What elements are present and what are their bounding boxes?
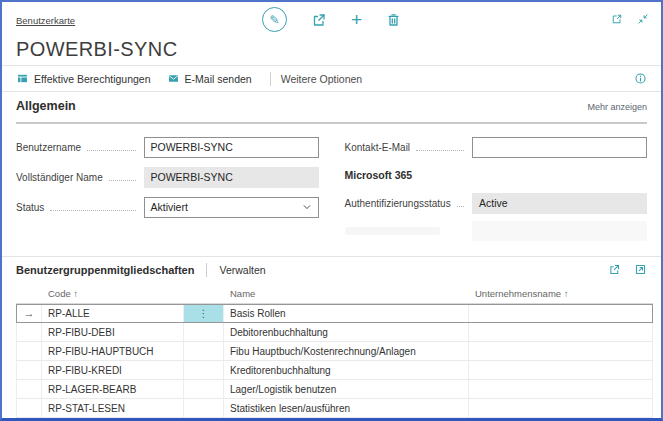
row-options-cell[interactable] xyxy=(184,323,224,341)
share-icon xyxy=(608,263,621,276)
table-row[interactable]: RP-FIBU-HAUPTBUCH Fibu Hauptbuch/Kostenr… xyxy=(16,342,653,361)
row-options-cell[interactable] xyxy=(184,399,224,417)
effective-permissions-button[interactable]: Effektive Berechtigungen xyxy=(16,72,159,85)
open-new-window-icon xyxy=(611,13,623,25)
row-options-cell[interactable] xyxy=(184,380,224,398)
code-cell[interactable]: RP-FIBU-KREDI xyxy=(42,361,184,379)
fullname-value: POWERBI-SYNC xyxy=(144,167,319,188)
row-selector-cell[interactable] xyxy=(16,323,42,341)
action-separator xyxy=(270,72,271,86)
manage-button[interactable]: Verwalten xyxy=(219,264,265,276)
name-cell[interactable]: Statistiken lesen/ausführen xyxy=(224,399,469,417)
username-label: Benutzername xyxy=(16,142,81,153)
status-select[interactable]: Aktiviert xyxy=(144,197,319,218)
table-row[interactable]: RP-STAT-LESEN Statistiken lesen/ausführe… xyxy=(16,399,653,418)
status-value: Aktiviert xyxy=(151,201,188,213)
name-cell[interactable]: Kreditorenbuchhaltung xyxy=(224,361,469,379)
table-row[interactable]: RP-LAGER-BEARB Lager/Logistik benutzen xyxy=(16,380,653,399)
company-cell[interactable] xyxy=(469,304,653,322)
table-row[interactable]: RP-FIBU-KREDI Kreditorenbuchhaltung xyxy=(16,361,653,380)
dotted-leader xyxy=(416,150,464,151)
row-options-cell[interactable]: ⋮ xyxy=(184,304,224,322)
company-cell[interactable] xyxy=(469,399,653,417)
table-body: → RP-ALLE ⋮ Basis Rollen RP-FIBU-DEBI De… xyxy=(16,304,653,421)
general-heading: Allgemein xyxy=(16,99,76,113)
row-selector-cell[interactable]: → xyxy=(16,304,42,322)
row-options-cell[interactable] xyxy=(184,342,224,360)
user-card-window: Benutzerkarte ✎ + xyxy=(0,0,663,421)
row-selector-cell[interactable] xyxy=(16,380,42,398)
code-cell[interactable]: RP-FIBU-HAUPTBUCH xyxy=(42,342,184,360)
fading-field-value xyxy=(472,221,647,241)
trash-icon xyxy=(386,12,401,28)
collapse-button[interactable] xyxy=(637,13,649,25)
memberships-header: Benutzergruppenmitgliedschaften Verwalte… xyxy=(2,257,661,282)
general-form: Benutzername Vollständiger Name POWERBI-… xyxy=(2,124,661,244)
send-email-button[interactable]: E-Mail senden xyxy=(159,72,260,85)
fading-field xyxy=(345,218,648,244)
new-button[interactable]: + xyxy=(351,10,362,29)
info-button[interactable] xyxy=(634,72,647,85)
row-selector-cell[interactable] xyxy=(16,361,42,379)
form-left-column: Benutzername Vollständiger Name POWERBI-… xyxy=(16,132,319,244)
delete-button[interactable] xyxy=(386,12,401,28)
more-options-button[interactable]: Weitere Optionen xyxy=(281,73,363,85)
show-more-link[interactable]: Mehr anzeigen xyxy=(587,102,647,112)
table-row[interactable]: RP-FIBU-DEBI Debitorenbuchhaltung xyxy=(16,323,653,342)
table-header: Code ↑ Name Unternehmensname ↑ xyxy=(16,284,653,304)
edit-button[interactable]: ✎ xyxy=(262,7,287,32)
dotted-leader xyxy=(87,150,135,151)
general-section: Allgemein Mehr anzeigen xyxy=(2,92,661,124)
code-cell[interactable]: RP-FIBU-DEBI xyxy=(42,323,184,341)
contact-email-input[interactable] xyxy=(472,137,647,158)
name-cell[interactable]: Debitorenbuchhaltung xyxy=(224,323,469,341)
popout-button[interactable] xyxy=(611,13,623,25)
selected-row-arrow-icon: → xyxy=(24,307,35,319)
memberships-actions xyxy=(608,263,647,276)
name-cell[interactable]: Fibu Hauptbuch/Kostenrechnung/Anlagen xyxy=(224,342,469,360)
company-cell[interactable] xyxy=(469,342,653,360)
dotted-leader xyxy=(457,206,464,207)
auth-status-value: Active xyxy=(472,193,647,214)
share-icon xyxy=(311,12,327,28)
name-column-header[interactable]: Name xyxy=(224,288,469,299)
page-title: POWERBI-SYNC xyxy=(2,36,661,65)
auth-status-label: Authentifizierungsstatus xyxy=(345,198,451,209)
fading-field-label xyxy=(345,227,440,235)
open-in-new-icon xyxy=(634,263,647,276)
header-separator xyxy=(206,263,207,277)
name-cell[interactable]: Lager/Logistik benutzen xyxy=(224,380,469,398)
share-list-button[interactable] xyxy=(608,263,621,276)
code-cell[interactable]: RP-STAT-LESEN xyxy=(42,399,184,417)
company-cell[interactable] xyxy=(469,361,653,379)
code-cell[interactable]: RP-LAGER-BEARB xyxy=(42,380,184,398)
username-input[interactable] xyxy=(144,137,319,158)
ellipsis-icon: ⋮ xyxy=(199,308,209,319)
fullname-label: Vollständiger Name xyxy=(16,172,103,183)
window-controls xyxy=(611,13,649,25)
open-in-excel-button[interactable] xyxy=(634,263,647,276)
chevron-down-icon xyxy=(302,202,312,212)
code-column-header[interactable]: Code ↑ xyxy=(42,288,184,299)
row-selector-cell[interactable] xyxy=(16,399,42,417)
info-icon xyxy=(634,72,647,85)
company-cell[interactable] xyxy=(469,323,653,341)
form-right-column: Kontakt-E-Mail Microsoft 365 Authentifiz… xyxy=(345,132,648,244)
table-row[interactable]: → RP-ALLE ⋮ Basis Rollen xyxy=(16,304,653,323)
effective-permissions-label: Effektive Berechtigungen xyxy=(34,73,151,85)
pencil-icon: ✎ xyxy=(269,13,279,27)
dotted-leader xyxy=(50,210,135,211)
memberships-table: Code ↑ Name Unternehmensname ↑ → RP-ALLE… xyxy=(16,284,653,421)
send-email-label: E-Mail senden xyxy=(185,73,252,85)
top-actions: ✎ + xyxy=(2,7,661,32)
name-cell[interactable]: Basis Rollen xyxy=(224,304,469,322)
contact-email-label: Kontakt-E-Mail xyxy=(345,142,411,153)
row-selector-cell[interactable] xyxy=(16,342,42,360)
permissions-icon xyxy=(16,72,29,85)
row-options-cell[interactable] xyxy=(184,361,224,379)
share-button[interactable] xyxy=(311,12,327,28)
code-cell[interactable]: RP-ALLE xyxy=(42,304,184,322)
status-label: Status xyxy=(16,202,44,213)
company-cell[interactable] xyxy=(469,380,653,398)
company-column-header[interactable]: Unternehmensname ↑ xyxy=(469,288,653,299)
